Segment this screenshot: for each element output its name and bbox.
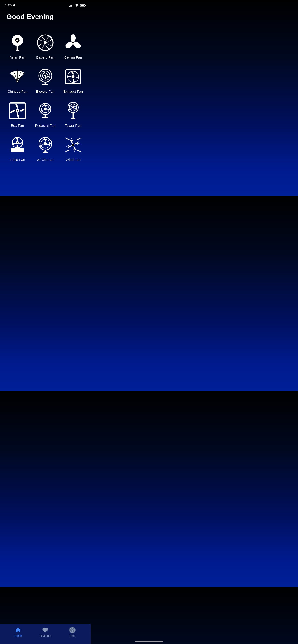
pedastal-fan-item[interactable]: Pedastal Fan (33, 98, 58, 130)
signal-icon (69, 4, 73, 7)
smart-fan-label: Smart Fan (37, 158, 53, 162)
exhaust-fan-label: Exhaust Fan (63, 90, 83, 94)
tower-fan-item[interactable]: Tower Fan (60, 98, 86, 130)
svg-point-6 (17, 40, 18, 41)
location-icon (13, 4, 16, 7)
chinese-fan-icon (7, 66, 28, 87)
svg-point-0 (76, 7, 77, 7)
table-fan-item[interactable]: Table Fan (5, 132, 30, 164)
svg-rect-7 (17, 46, 18, 50)
asian-fan-svg (8, 34, 27, 52)
svg-rect-55 (73, 113, 74, 119)
exhaust-fan-item[interactable]: Exhaust Fan (60, 64, 86, 96)
svg-rect-35 (77, 83, 79, 84)
battery-fan-item[interactable]: Battery Fan (33, 30, 58, 62)
wind-fan-label: Wind Fan (66, 158, 81, 162)
svg-rect-34 (68, 83, 69, 84)
pedastal-fan-label: Pedastal Fan (35, 124, 56, 128)
svg-rect-3 (85, 5, 86, 6)
box-fan-item[interactable]: Box Fan (5, 98, 30, 130)
svg-point-54 (72, 106, 74, 109)
svg-point-62 (17, 142, 18, 143)
status-time-area: 5:25 (5, 3, 16, 7)
svg-rect-29 (43, 84, 48, 85)
smart-fan-item[interactable]: Smart Fan (33, 132, 58, 164)
tower-fan-svg (64, 102, 82, 120)
wind-fan-item[interactable]: Wind Fan (60, 132, 86, 164)
svg-point-33 (72, 75, 75, 78)
svg-point-69 (72, 144, 74, 146)
pedastal-fan-icon (35, 100, 56, 121)
electric-fan-icon (35, 66, 56, 87)
tower-fan-label: Tower Fan (65, 124, 81, 128)
exhaust-fan-icon (63, 66, 84, 87)
smart-fan-icon (35, 134, 56, 155)
ceiling-fan-svg (64, 34, 82, 52)
svg-point-43 (44, 108, 46, 110)
ceiling-fan-icon (63, 32, 84, 53)
wifi-icon (75, 3, 79, 7)
svg-point-17 (72, 42, 74, 43)
asian-fan-label: Asian Fan (10, 56, 25, 59)
exhaust-fan-svg (64, 68, 82, 86)
wind-fan-svg (64, 136, 82, 154)
wind-fan-icon (63, 134, 84, 155)
battery-fan-label: Battery Fan (36, 56, 54, 59)
asian-fan-item[interactable]: Asian Fan (5, 30, 30, 62)
chinese-fan-svg (8, 68, 27, 86)
svg-rect-31 (72, 69, 74, 70)
svg-rect-57 (11, 148, 24, 152)
table-fan-svg (8, 136, 27, 154)
box-fan-svg (8, 102, 27, 120)
svg-point-66 (44, 143, 46, 145)
svg-point-23 (17, 80, 18, 82)
chinese-fan-item[interactable]: Chinese Fan (5, 64, 30, 96)
status-bar: 5:25 (0, 0, 91, 8)
svg-point-45 (42, 116, 48, 118)
electric-fan-label: Electric Fan (36, 90, 54, 94)
svg-rect-2 (81, 5, 84, 6)
box-fan-icon (7, 100, 28, 121)
svg-point-27 (44, 75, 46, 76)
pedastal-fan-svg (36, 102, 55, 120)
svg-point-39 (17, 110, 18, 112)
electric-fan-svg (36, 68, 55, 86)
time-display: 5:25 (5, 3, 12, 7)
electric-fan-item[interactable]: Electric Fan (33, 64, 58, 96)
greeting-text: Good Evening (0, 8, 91, 23)
box-fan-label: Box Fan (11, 124, 24, 128)
asian-fan-icon (7, 32, 28, 53)
chinese-fan-label: Chinese Fan (8, 90, 27, 94)
svg-point-68 (43, 152, 48, 153)
table-fan-icon (7, 134, 28, 155)
ceiling-fan-item[interactable]: Ceiling Fan (60, 30, 86, 62)
smart-fan-svg (36, 136, 55, 154)
ceiling-fan-label: Ceiling Fan (64, 56, 82, 59)
battery-fan-svg (36, 34, 55, 52)
fan-grid: Asian Fan Battery Fan (0, 23, 91, 168)
svg-point-56 (71, 118, 75, 119)
svg-point-13 (71, 34, 76, 42)
battery-fan-icon (35, 32, 56, 53)
status-icons (69, 3, 86, 7)
battery-icon (80, 3, 86, 7)
table-fan-label: Table Fan (10, 158, 25, 162)
svg-point-10 (44, 41, 47, 44)
tower-fan-icon (63, 100, 84, 121)
svg-point-8 (16, 50, 19, 51)
